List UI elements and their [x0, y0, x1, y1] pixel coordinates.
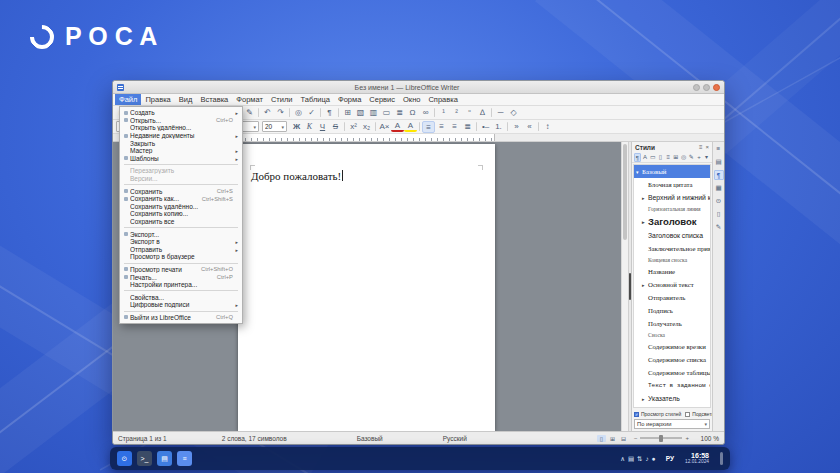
splitter-handle[interactable] [629, 273, 631, 300]
vertical-scrollbar[interactable] [621, 142, 628, 431]
style-item[interactable]: Концевая сноска [634, 255, 710, 265]
file-menu-digital-signatures[interactable]: Цифровые подписи [120, 301, 242, 309]
file-menu-save-remote[interactable]: Сохранить удалённо... [120, 203, 242, 211]
tab-properties[interactable]: ▤ [714, 157, 724, 167]
style-item[interactable]: Сноска [634, 330, 710, 340]
tray-expander-icon[interactable]: ∧ [620, 455, 625, 463]
increase-indent-button[interactable]: » [510, 121, 523, 133]
insert-symbol-button[interactable]: Ω [406, 107, 419, 119]
undo-button[interactable]: ↶ [261, 107, 274, 119]
file-menu-versions[interactable]: Версии... [120, 175, 242, 183]
frame-styles-button[interactable]: ▭ [649, 153, 656, 162]
style-item[interactable]: ▾ Базовый [634, 165, 710, 178]
style-item[interactable]: Подпись [634, 304, 710, 317]
tab-page[interactable]: ▯ [714, 209, 724, 219]
file-menu-save-copy[interactable]: Сохранить копию... [120, 210, 242, 218]
insert-table-button[interactable]: ⊞ [341, 107, 354, 119]
menu-edit[interactable]: Правка [141, 94, 174, 105]
file-menu-properties[interactable]: Свойства... [120, 293, 242, 301]
file-menu-open[interactable]: Открыть... Ctrl+O [120, 117, 242, 125]
insert-chart-button[interactable]: ▥ [367, 107, 380, 119]
style-item[interactable]: Блочная цитата [634, 178, 710, 191]
insert-comment-button[interactable]: “ [463, 107, 476, 119]
file-menu-exit[interactable]: Выйти из LibreOffice Ctrl+Q [120, 314, 242, 322]
list-styles-button[interactable]: ≡ [665, 153, 672, 162]
style-item[interactable]: Заключительное приветствие [634, 242, 710, 255]
bold-button[interactable]: Ж [290, 121, 303, 133]
line-spacing-button[interactable]: ↕ [541, 121, 554, 133]
find-replace-button[interactable]: ◎ [292, 107, 305, 119]
insert-endnote-button[interactable]: ² [450, 107, 463, 119]
clone-formatting-button[interactable]: ✎ [243, 107, 256, 119]
style-item[interactable]: ▸ Указатель [634, 392, 710, 405]
file-menu-save[interactable]: Сохранить Ctrl+S [120, 187, 242, 195]
align-center-button[interactable]: ≡ [435, 121, 448, 133]
align-left-button[interactable]: ≡ [422, 121, 435, 133]
paragraph-styles-button[interactable]: ¶ [634, 153, 641, 162]
decrease-indent-button[interactable]: « [523, 121, 536, 133]
tab-navigator[interactable]: ⊙ [714, 196, 724, 206]
insert-textbox-button[interactable]: ▭ [380, 107, 393, 119]
ordered-list-button[interactable]: 1. [492, 121, 505, 133]
menu-tools[interactable]: Сервис [365, 94, 399, 105]
file-menu-reload[interactable]: Перезагрузить [120, 167, 242, 175]
style-item[interactable]: ▸ Заголовок [634, 214, 710, 229]
redo-button[interactable]: ↷ [274, 107, 287, 119]
menu-file[interactable]: Файл [115, 94, 141, 105]
file-menu-open-remote[interactable]: Открыть удалённо... [120, 124, 242, 132]
track-changes-button[interactable]: ∆ [476, 107, 489, 119]
tab-styles[interactable]: ¶ [714, 170, 724, 180]
style-item[interactable]: Заголовок списка [634, 229, 710, 242]
formatting-marks-button[interactable]: ¶ [323, 107, 336, 119]
new-style-button[interactable]: + [696, 153, 703, 162]
file-menu-new[interactable]: Создать [120, 109, 242, 117]
zoom-slider-thumb[interactable] [659, 435, 663, 442]
network-icon[interactable]: ⇅ [637, 455, 642, 463]
highlight-color-button[interactable]: A [404, 121, 417, 132]
panel-menu-icon[interactable]: ≡ [699, 144, 703, 150]
italic-button[interactable]: К [303, 121, 316, 133]
font-size-combo[interactable]: 20 ▾ [262, 121, 287, 132]
file-menu-wizards[interactable]: Мастер [120, 147, 242, 155]
file-menu-close[interactable]: Закрыть [120, 139, 242, 147]
clear-formatting-button[interactable]: A× [378, 121, 391, 133]
clock[interactable]: 16:58 12.01.2024 [685, 452, 709, 465]
file-menu-templates[interactable]: Шаблоны [120, 155, 242, 163]
basic-shapes-button[interactable]: ◇ [507, 107, 520, 119]
style-item[interactable]: Получатель [634, 317, 710, 330]
file-menu-print-preview[interactable]: Просмотр печати Ctrl+Shift+O [120, 266, 242, 274]
keyboard-layout-indicator[interactable]: РУ [666, 455, 674, 462]
style-item[interactable]: Горизонтальная линия [634, 204, 710, 214]
volume-icon[interactable]: ♪ [646, 455, 649, 462]
align-right-button[interactable]: ≡ [448, 121, 461, 133]
file-menu-save-as[interactable]: Сохранить как... Ctrl+Shift+S [120, 195, 242, 203]
justify-button[interactable]: ≣ [461, 121, 474, 133]
menu-table[interactable]: Таблица [297, 94, 334, 105]
strikethrough-button[interactable]: S [329, 121, 342, 133]
sidebar-menu-icon[interactable]: ≡ [714, 144, 724, 154]
menu-form[interactable]: Форма [334, 94, 365, 105]
insert-page-break-button[interactable]: ≣ [393, 107, 406, 119]
file-menu-send[interactable]: Отправить [120, 246, 242, 254]
file-menu-recent[interactable]: Недавние документы [120, 132, 242, 140]
page-styles-button[interactable]: ▯ [657, 153, 664, 162]
menu-view[interactable]: Вид [175, 94, 197, 105]
zoom-in-icon[interactable]: + [685, 435, 689, 441]
underline-button[interactable]: Ч [316, 121, 329, 133]
style-item[interactable]: Содержимое врезки [634, 340, 710, 353]
insert-footnote-button[interactable]: ¹ [437, 107, 450, 119]
file-menu-preview-browser[interactable]: Просмотр в браузере [120, 253, 242, 261]
single-page-view-button[interactable]: ▯ [597, 435, 606, 442]
spotlight-button[interactable]: ◎ [680, 153, 687, 162]
file-menu-print[interactable]: Печать... Ctrl+P [120, 273, 242, 281]
file-menu-export[interactable]: Экспорт... [120, 230, 242, 238]
insert-image-button[interactable]: ▧ [354, 107, 367, 119]
taskbar-launcher-button[interactable]: ⊙ [117, 451, 132, 466]
panel-close-icon[interactable]: × [705, 144, 709, 150]
minimize-button[interactable] [693, 84, 700, 91]
tab-gallery[interactable]: ▦ [714, 183, 724, 193]
font-color-button[interactable]: A [391, 121, 404, 132]
multi-page-view-button[interactable]: ⊞ [608, 435, 617, 442]
style-item[interactable]: Текст в заданном формате [634, 379, 710, 392]
fill-format-button[interactable]: ✎ [688, 153, 695, 162]
